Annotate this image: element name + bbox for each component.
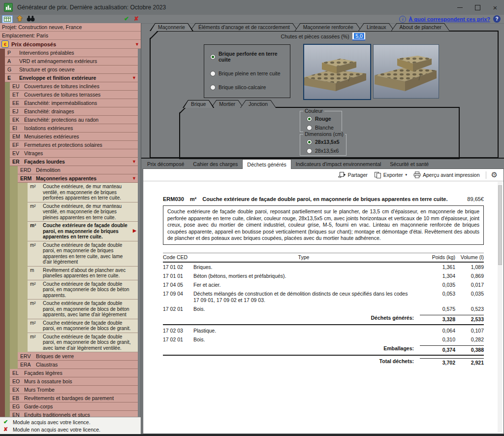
close-button[interactable]: ×: [486, 0, 504, 15]
gear-icon[interactable]: ⚙: [490, 170, 500, 179]
radio-option[interactable]: 28x13,5x5: [307, 139, 346, 145]
tree-row[interactable]: EB Revêtements et bardages de parement: [10, 394, 138, 402]
brick-photo-alt[interactable]: [373, 44, 439, 99]
bottom-tab[interactable]: Prix décomposé: [143, 159, 189, 168]
radio-option[interactable]: Blanche: [307, 125, 342, 131]
tree-row[interactable]: ER Façades lourdes ▼: [10, 158, 138, 166]
tree-row[interactable]: EK Étanchéité: protections au radon: [10, 116, 138, 124]
tree-row[interactable]: m² Couche extérieure de façade double pa…: [28, 319, 138, 333]
radio-option[interactable]: Rouge: [307, 116, 342, 122]
tree-row-code: m²: [28, 320, 43, 326]
tree-row-label: Façades légères: [24, 370, 131, 376]
radio-icon[interactable]: [210, 71, 216, 76]
tree-row[interactable]: EJ Étanchéité: drainages: [10, 107, 138, 116]
tab-label: Éléments d'ancrage et de raccordement: [198, 24, 290, 30]
waste-volume: 0,282: [455, 336, 484, 343]
bottom-tab[interactable]: Indicateurs d'impact environnemental: [291, 159, 386, 168]
tree-row-label: Couche extérieure, de mur manteau ventil…: [43, 203, 133, 221]
bottom-tab[interactable]: Sécurité et santé: [385, 159, 433, 168]
print-preview-button[interactable]: Aperçu avant impression: [411, 171, 482, 178]
tree-row[interactable]: m² Couche extérieure de façade double pa…: [28, 222, 138, 241]
bottom-tab-label: Indicateurs d'impact environnemental: [296, 161, 381, 167]
radio-option[interactable]: 28x13,5x6: [307, 148, 346, 154]
tree-row[interactable]: m² Couche extérieure, de mur manteau ven…: [28, 183, 138, 202]
waste-code: 17 04 05: [163, 282, 193, 288]
folder-tab[interactable]: Linteaux: [358, 23, 395, 31]
tree-row[interactable]: EL Façades légères: [10, 369, 138, 377]
tree-row[interactable]: ERA Claustras: [18, 361, 138, 369]
tree-row[interactable]: EG Garde-corps: [10, 402, 138, 411]
brick-photo-selected[interactable]: [303, 44, 371, 100]
bottom-tab-strip: Prix décomposé Cahier des charges Déchet…: [143, 159, 433, 168]
tree-root-row[interactable]: € Prix décomposés ▼: [0, 40, 141, 49]
tree-row[interactable]: ET Couvertures de toitures terrasses: [10, 91, 138, 99]
tree-row[interactable]: E Enveloppe et finition extérieure ▼: [5, 74, 138, 82]
tree-row[interactable]: P Interventions préalables: [5, 49, 138, 57]
tree-row[interactable]: m² Couche extérieure, de mur manteau ven…: [28, 202, 138, 222]
folder-tab[interactable]: Éléments d'ancrage et de raccordement: [190, 23, 298, 31]
radio-icon[interactable]: [307, 148, 312, 154]
tree-row[interactable]: m Revêtement d'about de plancher avec pl…: [28, 267, 138, 280]
folder-tab[interactable]: Brique: [183, 100, 214, 108]
folder-tab[interactable]: Jonction: [240, 100, 276, 108]
scrollbar-thumb[interactable]: [498, 185, 502, 265]
radio-option[interactable]: Brique pleine en terre cuite: [210, 70, 290, 76]
tree-row[interactable]: EO Murs à ossature bois: [10, 377, 138, 386]
bottom-tab[interactable]: Cahier des charges: [189, 159, 242, 168]
tree-row[interactable]: EV Vitrages: [10, 149, 138, 158]
tree-row[interactable]: G Structure et gros oeuvre: [5, 66, 138, 74]
tree-row[interactable]: EM Menuiseries extérieures: [10, 133, 138, 141]
tree-row[interactable]: EU Couvertures de toitures inclinées: [10, 82, 138, 91]
tree-row[interactable]: ERV Briques de verre: [18, 352, 138, 361]
tree-row[interactable]: m² Couche extérieure de façade double pa…: [28, 280, 138, 300]
radio-option[interactable]: Brique silico-calcaire: [210, 84, 290, 90]
search-binoculars-icon[interactable]: [27, 15, 35, 24]
radio-icon[interactable]: [307, 116, 312, 122]
radio-label: 28x13,5x5: [315, 139, 340, 145]
horizontal-separator: [141, 158, 504, 159]
tree-row-arrow-icon: ▼: [132, 159, 136, 165]
price-generator-icon[interactable]: [2, 15, 13, 23]
export-button[interactable]: Exporter ▾: [372, 171, 409, 178]
top-tab-strip: Maçonnerie Éléments d'ancrage et de racc…: [150, 23, 446, 31]
tree-row[interactable]: A VRD et aménagements extérieurs: [5, 57, 138, 66]
tree-row[interactable]: m² Couche extérieure de façade double pa…: [28, 241, 138, 267]
waste-poids: 1,361: [420, 264, 455, 270]
tree-row[interactable]: EE Étanchéité: imperméabilisations: [10, 99, 138, 107]
share-button[interactable]: Partager: [336, 171, 370, 178]
tree-row[interactable]: EX Murs Trombe: [10, 386, 138, 394]
radio-icon[interactable]: [210, 54, 216, 60]
radio-option[interactable]: Brique perforée en terre cuite: [210, 51, 290, 63]
radio-icon[interactable]: [210, 85, 216, 90]
waste-volume: 2,921: [455, 358, 484, 366]
document-scrollbar[interactable]: [498, 182, 503, 433]
waste-table: Code CED Type Poids (kg) Volume (l) 17 0…: [163, 253, 484, 367]
tree-row[interactable]: EF Fermetures et protections solaires: [10, 141, 138, 149]
folder-tab[interactable]: Mortier: [211, 100, 244, 108]
bottom-tab[interactable]: Déchets générés: [242, 159, 291, 169]
tree-row[interactable]: ERD Démolition: [18, 166, 138, 174]
open-parent-icon[interactable]: [16, 15, 23, 24]
prices-info-link[interactable]: À quoi correspondent ces prix?: [409, 16, 490, 22]
tree-row[interactable]: m² Couche extérieure de façade double pa…: [28, 300, 138, 319]
export-caret-icon: ▾: [405, 173, 407, 177]
chutes-input[interactable]: 5,0: [352, 33, 365, 40]
folder-tab[interactable]: Maçonnerie: [150, 23, 193, 31]
waste-poids: 0,064: [420, 328, 455, 334]
legend-label: Module acquis avec votre licence.: [13, 419, 91, 425]
help-icon[interactable]: ?: [493, 15, 501, 23]
tab-label: Jonction: [249, 101, 268, 107]
tree-row[interactable]: ERM Maçonneries apparentes ▼: [18, 174, 138, 183]
folder-tab[interactable]: Maçonnerie renforcée: [295, 23, 362, 31]
tree-row[interactable]: m² Couche extérieure de façade double pa…: [28, 333, 138, 353]
tree-row[interactable]: EN Enduits traditionnels et stucs: [10, 411, 138, 417]
minimize-button[interactable]: [451, 0, 469, 15]
tree-row[interactable]: EI Isolations extérieures: [10, 124, 138, 133]
tree-row-code: m²: [28, 281, 43, 287]
tree-row-code: EG: [10, 403, 24, 409]
radio-icon[interactable]: [307, 139, 312, 145]
radio-icon[interactable]: [307, 125, 312, 131]
tree-row-label: Claustras: [36, 362, 131, 368]
folder-tab[interactable]: About de plancher: [391, 23, 450, 31]
maximize-button[interactable]: [469, 0, 486, 15]
